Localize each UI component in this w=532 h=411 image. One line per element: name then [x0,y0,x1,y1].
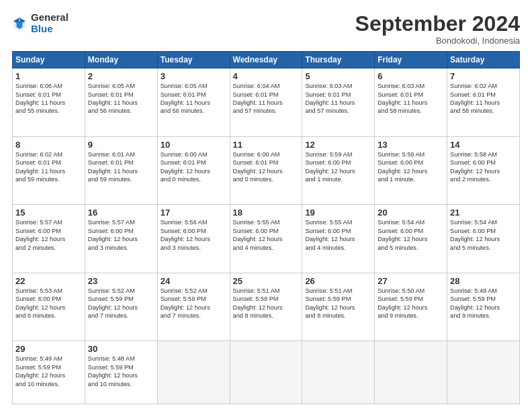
header-thursday: Thursday [302,52,375,68]
day-1: 1 Sunrise: 6:06 AMSunset: 6:01 PMDayligh… [13,68,85,137]
day-num-30: 30 [88,344,154,354]
day-num-19: 19 [305,208,371,218]
day-text-29: Sunrise: 5:49 AMSunset: 5:59 PMDaylight:… [15,355,65,387]
day-text-1: Sunrise: 6:06 AMSunset: 6:01 PMDaylight:… [15,83,65,114]
day-num-16: 16 [88,208,154,218]
logo-text: General Blue [31,12,69,34]
header-tuesday: Tuesday [157,52,230,68]
day-30: 30 Sunrise: 5:48 AMSunset: 5:59 PMDaylig… [85,341,157,404]
day-num-22: 22 [15,276,82,286]
day-26: 26 Sunrise: 5:51 AMSunset: 5:59 PMDaylig… [302,273,375,341]
day-text-6: Sunrise: 6:03 AMSunset: 6:01 PMDaylight:… [378,83,427,114]
day-num-7: 7 [450,71,517,81]
day-19: 19 Sunrise: 5:55 AMSunset: 6:00 PMDaylig… [302,205,375,273]
day-14: 14 Sunrise: 5:58 AMSunset: 6:00 PMDaylig… [447,136,520,205]
week-row-4: 22 Sunrise: 5:53 AMSunset: 6:00 PMDaylig… [13,273,520,341]
day-28: 28 Sunrise: 5:49 AMSunset: 5:59 PMDaylig… [447,273,520,341]
day-num-27: 27 [378,276,444,286]
header-friday: Friday [375,52,447,68]
day-5: 5 Sunrise: 6:03 AMSunset: 6:01 PMDayligh… [302,68,375,137]
day-num-12: 12 [305,140,371,150]
day-15: 15 Sunrise: 5:57 AMSunset: 6:00 PMDaylig… [13,205,85,273]
logo: General Blue [12,12,69,34]
day-text-22: Sunrise: 5:53 AMSunset: 6:00 PMDaylight:… [15,287,65,319]
empty-cell-2 [230,341,302,404]
header-monday: Monday [85,52,157,68]
day-num-10: 10 [161,140,227,150]
day-text-7: Sunrise: 6:02 AMSunset: 6:01 PMDaylight:… [450,83,500,114]
day-8: 8 Sunrise: 6:02 AMSunset: 6:01 PMDayligh… [13,136,85,205]
title-block: September 2024 Bondokodi, Indonesia [355,12,520,46]
day-25: 25 Sunrise: 5:51 AMSunset: 5:59 PMDaylig… [230,273,302,341]
day-29: 29 Sunrise: 5:49 AMSunset: 5:59 PMDaylig… [13,341,85,404]
day-num-21: 21 [450,208,517,218]
day-22: 22 Sunrise: 5:53 AMSunset: 6:00 PMDaylig… [13,273,85,341]
day-num-28: 28 [450,276,517,286]
day-text-2: Sunrise: 6:05 AMSunset: 6:01 PMDaylight:… [88,83,138,114]
day-num-4: 4 [233,71,300,81]
day-num-26: 26 [305,276,371,286]
day-num-20: 20 [378,208,444,218]
day-num-17: 17 [161,208,227,218]
day-text-20: Sunrise: 5:54 AMSunset: 6:00 PMDaylight:… [378,219,427,250]
day-20: 20 Sunrise: 5:54 AMSunset: 6:00 PMDaylig… [375,205,447,273]
day-text-30: Sunrise: 5:48 AMSunset: 5:59 PMDaylight:… [88,355,138,387]
day-text-14: Sunrise: 5:58 AMSunset: 6:00 PMDaylight:… [450,151,500,183]
day-text-3: Sunrise: 6:05 AMSunset: 6:01 PMDaylight:… [161,83,210,114]
day-text-19: Sunrise: 5:55 AMSunset: 6:00 PMDaylight:… [305,219,355,250]
day-text-25: Sunrise: 5:51 AMSunset: 5:59 PMDaylight:… [233,287,283,319]
day-text-5: Sunrise: 6:03 AMSunset: 6:01 PMDaylight:… [305,83,355,114]
day-6: 6 Sunrise: 6:03 AMSunset: 6:01 PMDayligh… [375,68,447,137]
day-num-8: 8 [15,140,82,150]
day-num-14: 14 [450,140,517,150]
day-27: 27 Sunrise: 5:50 AMSunset: 5:59 PMDaylig… [375,273,447,341]
logo-general-text: General [31,12,69,24]
day-text-11: Sunrise: 6:00 AMSunset: 6:01 PMDaylight:… [233,151,283,183]
day-header-row: Sunday Monday Tuesday Wednesday Thursday… [13,52,520,68]
day-num-24: 24 [161,276,227,286]
day-text-26: Sunrise: 5:51 AMSunset: 5:59 PMDaylight:… [305,287,355,319]
day-num-2: 2 [88,71,154,81]
day-num-23: 23 [88,276,154,286]
empty-cell-4 [375,341,447,404]
day-7: 7 Sunrise: 6:02 AMSunset: 6:01 PMDayligh… [447,68,520,137]
day-num-5: 5 [305,71,371,81]
day-num-18: 18 [233,208,300,218]
day-17: 17 Sunrise: 5:56 AMSunset: 6:00 PMDaylig… [157,205,230,273]
day-text-28: Sunrise: 5:49 AMSunset: 5:59 PMDaylight:… [450,287,500,319]
day-23: 23 Sunrise: 5:52 AMSunset: 5:59 PMDaylig… [85,273,157,341]
day-text-9: Sunrise: 6:01 AMSunset: 6:01 PMDaylight:… [88,151,138,183]
day-21: 21 Sunrise: 5:54 AMSunset: 6:00 PMDaylig… [447,205,520,273]
week-row-1: 1 Sunrise: 6:06 AMSunset: 6:01 PMDayligh… [13,68,520,137]
day-text-12: Sunrise: 5:59 AMSunset: 6:00 PMDaylight:… [305,151,355,183]
day-num-13: 13 [378,140,444,150]
day-11: 11 Sunrise: 6:00 AMSunset: 6:01 PMDaylig… [230,136,302,205]
day-text-10: Sunrise: 6:00 AMSunset: 6:01 PMDaylight:… [161,151,210,183]
day-text-16: Sunrise: 5:57 AMSunset: 6:00 PMDaylight:… [88,219,138,250]
header-wednesday: Wednesday [230,52,302,68]
day-text-15: Sunrise: 5:57 AMSunset: 6:00 PMDaylight:… [15,219,65,250]
day-num-9: 9 [88,140,154,150]
empty-cell-3 [302,341,375,404]
day-24: 24 Sunrise: 5:52 AMSunset: 5:59 PMDaylig… [157,273,230,341]
header-sunday: Sunday [13,52,85,68]
day-text-8: Sunrise: 6:02 AMSunset: 6:01 PMDaylight:… [15,151,65,183]
location-subtitle: Bondokodi, Indonesia [355,36,520,46]
header-saturday: Saturday [447,52,520,68]
day-num-15: 15 [15,208,82,218]
empty-cell-5 [447,341,520,404]
day-text-24: Sunrise: 5:52 AMSunset: 5:59 PMDaylight:… [161,287,210,319]
day-num-3: 3 [161,71,227,81]
day-num-6: 6 [378,71,444,81]
day-num-1: 1 [15,71,82,81]
day-text-23: Sunrise: 5:52 AMSunset: 5:59 PMDaylight:… [88,287,138,319]
day-13: 13 Sunrise: 5:59 AMSunset: 6:00 PMDaylig… [375,136,447,205]
day-num-29: 29 [15,344,82,354]
logo-blue-text: Blue [31,24,69,35]
header: General Blue September 2024 Bondokodi, I… [12,12,520,46]
month-title: September 2024 [355,12,520,36]
week-row-5: 29 Sunrise: 5:49 AMSunset: 5:59 PMDaylig… [13,341,520,404]
day-2: 2 Sunrise: 6:05 AMSunset: 6:01 PMDayligh… [85,68,157,137]
day-text-21: Sunrise: 5:54 AMSunset: 6:00 PMDaylight:… [450,219,500,250]
day-12: 12 Sunrise: 5:59 AMSunset: 6:00 PMDaylig… [302,136,375,205]
